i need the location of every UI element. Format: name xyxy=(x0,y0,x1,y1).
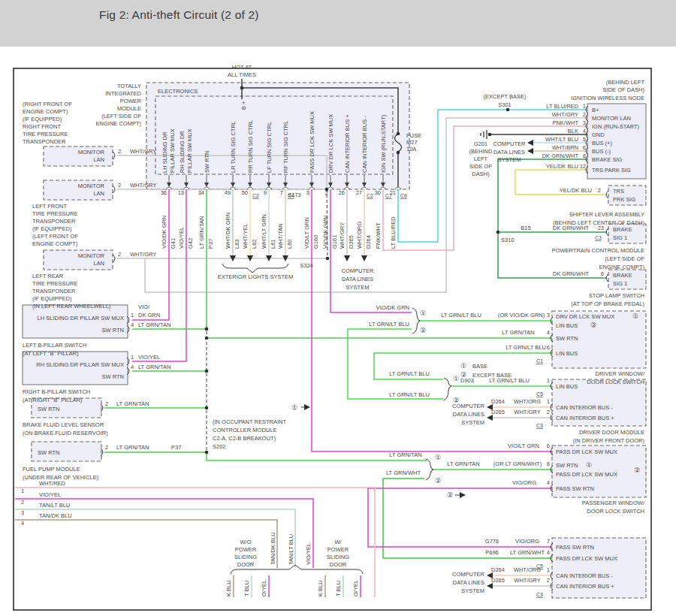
label-can-interior-bus-+: CAN INTERIOR BUS + xyxy=(556,415,614,421)
label-if-equipped: (IF EQUIPPED) xyxy=(23,116,62,122)
label-: ① xyxy=(435,454,441,461)
label-c2-a-c2-b-breakout: C2-A, C2-B BREAKOUT) xyxy=(213,435,276,442)
label-w: W/ xyxy=(334,539,342,545)
label-wht-lt-grn: WHT/LT GRN xyxy=(261,214,267,249)
junction-dot xyxy=(397,132,400,136)
s173-label: S173 xyxy=(288,192,301,198)
label-wht-gry: WHT/GRY xyxy=(514,409,540,415)
label-l63: L63 xyxy=(234,239,240,249)
electronics-label: ELECTRONICS xyxy=(158,88,198,95)
label-monitor: MONITOR xyxy=(78,183,105,189)
label-left-side-of: (LEFT SIDE OF xyxy=(605,255,644,262)
label-rh-sliding-dr-pillar-sw-mux: RH SLIDING DR PILLAR SW MUX xyxy=(36,361,124,368)
label-2: 2 xyxy=(118,182,121,189)
label-lin-bus: LIN BUS xyxy=(556,383,578,390)
label-c7: C7 xyxy=(385,193,392,198)
label-door-lock-switch: DOOR LOCK SWITCH xyxy=(587,508,644,515)
label-p37: P37 xyxy=(207,239,214,249)
label-left-rear: LEFT REAR xyxy=(32,273,64,279)
label-d264: D264 xyxy=(365,235,372,249)
label-30: 30 xyxy=(375,189,381,196)
label-4: 4 xyxy=(547,329,550,336)
label-vio-yel: VIO/YEL xyxy=(138,354,160,361)
label-drv-dr-lck-sw-mux: DRV DR LCK SW MUX xyxy=(327,114,334,173)
label-pass-sw-rtn: PASS SW RTN xyxy=(556,544,594,551)
label-right-front-of: (RIGHT FRONT OF xyxy=(23,101,72,107)
label-b15: B15 xyxy=(521,225,530,231)
label-l60: L60 xyxy=(286,239,293,249)
wiring-diagram: HOT ATALL TIMESTOTALLYINTEGRATEDPOWERMOD… xyxy=(0,0,676,616)
label-g41: G41 xyxy=(170,238,177,249)
label-lt-grn-tan: LT GRN/TAN xyxy=(116,400,149,407)
label-lf-turn-sig-ctrl: LF TURN SIG CTRL xyxy=(266,122,273,173)
label-2: 2 xyxy=(21,499,24,506)
label-wht-dk-grn: WHT/DK GRN xyxy=(225,213,231,249)
label-transponder: TRANSPONDER xyxy=(23,138,66,145)
label-data-lines: DATA LINES xyxy=(453,579,484,586)
label-door: DOOR xyxy=(330,561,347,568)
label-left: LEFT xyxy=(474,156,488,162)
label-t-blu: T BLU xyxy=(243,581,250,596)
label-computer: COMPUTER xyxy=(452,403,485,409)
label-sw-rtn: SW RTN xyxy=(556,462,578,469)
label-7: 7 xyxy=(547,538,550,545)
label-rf-turn-sig-ctrl: RF TURN SIG CTRL xyxy=(282,121,289,173)
label-d903: D903 xyxy=(460,377,474,384)
label-36: 36 xyxy=(161,189,167,196)
label-1: 1 xyxy=(583,103,586,110)
label-data-lines: DATA LINES xyxy=(453,411,484,418)
label-controller-module: CONTROLLER MODULE xyxy=(213,427,276,433)
label-12: 12 xyxy=(580,163,586,170)
label-or-lt-grn-wht: (OR LT GRN/WHT) xyxy=(493,460,542,467)
label-wht-org: WHT/ORG xyxy=(514,566,541,573)
label-2: 2 xyxy=(105,400,108,407)
label-bus-+: BUS (+) xyxy=(592,140,612,146)
label-tire-pressure: TIRE PRESSURE xyxy=(32,280,77,287)
label-4: 4 xyxy=(583,128,586,134)
label-: ② xyxy=(435,477,441,485)
label-lt-grn-lt-blu: LT GRN/LT BLU xyxy=(489,377,530,384)
label-tan-dk-blu: TAN/DK BLU xyxy=(39,512,72,519)
label-t-blu: T BLU xyxy=(335,581,342,596)
label-lin-bus: LIN BUS xyxy=(556,322,578,329)
label-wht-gry: WHT/GRY xyxy=(130,251,156,258)
label-pass-dr-lck-sw-mux: PASS DR LCK SW MUX xyxy=(556,448,617,455)
label-g42: G42 xyxy=(187,238,194,249)
label-tan-dk-blu: TAN/DK BLU xyxy=(270,532,276,565)
label-at-right-b-pillar: (AT RIGHT "B" PILLAR) xyxy=(23,397,83,403)
label-engine-compt: ENGINE COMPT) xyxy=(23,108,68,115)
label-tire-pressure: TIRE PRESSURE xyxy=(32,210,77,217)
s310-label: S310 xyxy=(501,237,515,243)
label-in-left-rear-wheelwell: (IN LEFT REAR WHEELWELL) xyxy=(32,303,111,310)
label-dk-grn-wht: DK GRN/WHT xyxy=(542,152,579,159)
junction-dot xyxy=(205,337,209,340)
label-l62: L62 xyxy=(251,239,258,249)
label-wht-tan: WHT/TAN xyxy=(277,223,284,249)
label-system: SYSTEM xyxy=(498,156,521,163)
label-2: 2 xyxy=(547,577,550,584)
label-c3: C3 xyxy=(536,592,543,597)
label-prk-sig: PRK SIG xyxy=(613,196,636,203)
label-5: 5 xyxy=(583,136,586,143)
label-door: DOOR xyxy=(237,561,255,568)
label-lan: LAN xyxy=(93,190,104,197)
label-sig-1: SIG 1 xyxy=(613,280,627,287)
label-vio: VIO/ xyxy=(138,303,150,310)
exterior-lights-label: EXTERIOR LIGHTS SYSTEM xyxy=(218,273,293,280)
label-pillar-sw-mux: PILLAR SW MUX xyxy=(169,128,176,173)
label-lt-grn-tan: LT GRN/TAN xyxy=(138,364,171,370)
label-lt-grn-lt-blu: LT GRN/LT BLU xyxy=(389,391,430,398)
label-monitor: MONITOR xyxy=(78,252,105,259)
label-2: 2 xyxy=(598,187,601,194)
label-7: 7 xyxy=(280,189,283,196)
label-o-yel: O/YEL xyxy=(352,580,359,596)
label-rh-sliding-dr: RH SLIDING DR xyxy=(179,131,186,173)
label-l61: L61 xyxy=(270,239,276,249)
label-door-lock-switch: DOOR LOCK SWITCH xyxy=(587,379,644,385)
label-b+: B+ xyxy=(592,107,599,113)
label-6: 6 xyxy=(547,442,550,449)
label-: ① xyxy=(586,461,592,469)
s324-label: S324 xyxy=(300,262,313,269)
label-d264: D264 xyxy=(491,398,505,405)
label-pass-sw-rtn: PASS SW RTN xyxy=(556,485,594,492)
